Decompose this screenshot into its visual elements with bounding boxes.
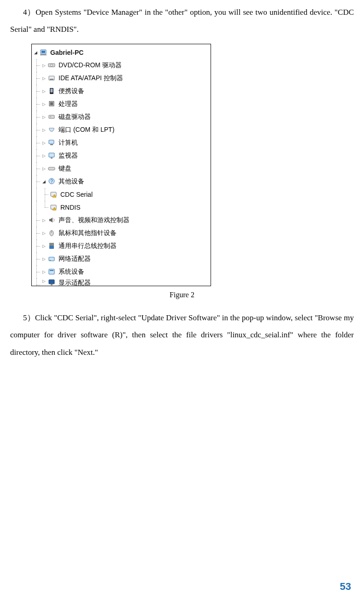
tree-item-label: DVD/CD-ROM 驱动器: [59, 61, 122, 70]
computer-icon: [47, 139, 57, 147]
chevron-right-icon[interactable]: ▷: [41, 76, 47, 81]
tree-item-label: 端口 (COM 和 LPT): [59, 125, 114, 134]
root-label: Gabriel-PC: [50, 48, 83, 56]
mouse-icon: [47, 229, 57, 237]
disk-icon: [47, 113, 57, 121]
tree-item-label: 处理器: [59, 100, 78, 108]
tree-item[interactable]: ◢其他设备: [33, 175, 210, 188]
tree-item-label: 其他设备: [59, 177, 84, 186]
chevron-right-icon[interactable]: ▷: [41, 166, 47, 171]
figure-2: ◢ Gabriel-PC ▷DVD/CD-ROM 驱动器▷IDE ATA/ATA…: [31, 44, 354, 286]
tree-item-label: 通用串行总线控制器: [59, 241, 117, 250]
disc-icon: [47, 61, 57, 70]
keyboard-icon: [47, 165, 57, 173]
tree-subitem-label: RNDIS: [60, 203, 81, 211]
tree-item[interactable]: ▷网络适配器: [33, 253, 210, 265]
warning-icon: [49, 190, 59, 199]
figure-caption: Figure 2: [10, 291, 354, 299]
tree-item[interactable]: ▷DVD/CD-ROM 驱动器: [33, 59, 210, 72]
computer-icon: [39, 48, 48, 57]
usb-icon: [47, 242, 57, 250]
warning-icon: [49, 203, 59, 212]
chevron-right-icon[interactable]: ▷: [41, 114, 47, 120]
device-manager-window: ◢ Gabriel-PC ▷DVD/CD-ROM 驱动器▷IDE ATA/ATA…: [31, 44, 211, 286]
tree-item-label: 键盘: [59, 164, 71, 173]
system-icon: [47, 268, 57, 276]
tree-item[interactable]: ▷端口 (COM 和 LPT): [33, 124, 210, 136]
chevron-right-icon[interactable]: ▷: [41, 101, 47, 107]
port-icon: [47, 126, 57, 134]
portable-icon: [47, 87, 57, 95]
chevron-right-icon[interactable]: ▷: [41, 88, 47, 94]
paragraph-4-text: 4）Open Systems "Device Manager" in the "…: [10, 8, 354, 34]
chevron-right-icon[interactable]: ▷: [41, 127, 47, 133]
tree-item-label: 监视器: [59, 151, 78, 160]
chevron-right-icon[interactable]: ▷: [41, 63, 47, 68]
sound-icon: [47, 216, 57, 224]
tree-item[interactable]: ▷声音、视频和游戏控制器: [33, 214, 210, 227]
chevron-right-icon[interactable]: ▷: [41, 230, 47, 236]
cpu-icon: [47, 100, 57, 108]
tree-item[interactable]: ▷通用串行总线控制器: [33, 240, 210, 253]
tree-subitem[interactable]: CDC Serial: [33, 188, 210, 201]
tree-item[interactable]: ▷磁盘驱动器: [33, 111, 210, 124]
chevron-right-icon[interactable]: ▷: [41, 140, 47, 146]
chevron-right-icon[interactable]: ▷: [41, 256, 47, 262]
chevron-right-icon[interactable]: ▷: [41, 218, 47, 223]
tree-item[interactable]: ▷系统设备: [33, 265, 210, 278]
tree-item-label: 便携设备: [59, 87, 84, 95]
paragraph-4: 4）Open Systems "Device Manager" in the "…: [10, 4, 354, 38]
tree-item-label: 声音、视频和游戏控制器: [59, 216, 129, 224]
chevron-down-icon[interactable]: ◢: [33, 50, 38, 55]
tree-item[interactable]: ▷便携设备: [33, 85, 210, 98]
tree-item-label: 显示适配器: [59, 278, 91, 286]
chevron-right-icon[interactable]: ▷: [41, 243, 47, 249]
tree-item-label: 系统设备: [59, 267, 84, 276]
tree-item[interactable]: ▷监视器: [33, 149, 210, 162]
tree-item-label: 鼠标和其他指针设备: [59, 229, 117, 237]
tree-item[interactable]: ▷IDE ATA/ATAPI 控制器: [33, 72, 210, 85]
tree-item-label: 网络适配器: [59, 254, 91, 263]
tree-root[interactable]: ◢ Gabriel-PC: [33, 46, 210, 59]
tree-item-label: 磁盘驱动器: [59, 112, 91, 121]
chevron-right-icon[interactable]: ▷: [41, 269, 47, 275]
tree-item[interactable]: ▷处理器: [33, 98, 210, 111]
tree-subitem-label: CDC Serial: [60, 190, 93, 198]
chevron-right-icon[interactable]: ▷: [41, 153, 47, 159]
network-icon: [47, 255, 57, 263]
page-number: 53: [340, 581, 351, 593]
tree-item-label: 计算机: [59, 138, 78, 147]
tree-item[interactable]: ▷鼠标和其他指针设备: [33, 227, 210, 240]
tree-item[interactable]: ▷显示适配器: [33, 278, 210, 286]
paragraph-5: 5）Click "CDC Serial", right-select "Upda…: [10, 309, 354, 361]
chevron-down-icon[interactable]: ◢: [41, 179, 47, 184]
chevron-right-icon[interactable]: ▷: [41, 278, 47, 284]
monitor-icon: [47, 152, 57, 160]
ide-icon: [47, 74, 57, 82]
tree-item[interactable]: ▷键盘: [33, 162, 210, 175]
tree-subitem[interactable]: RNDIS: [33, 201, 210, 214]
display-icon: [47, 278, 57, 286]
paragraph-5-text: 5）Click "CDC Serial", right-select "Upda…: [10, 313, 354, 357]
other-icon: [47, 177, 57, 186]
tree-item-label: IDE ATA/ATAPI 控制器: [59, 74, 123, 82]
tree-item[interactable]: ▷计算机: [33, 136, 210, 149]
